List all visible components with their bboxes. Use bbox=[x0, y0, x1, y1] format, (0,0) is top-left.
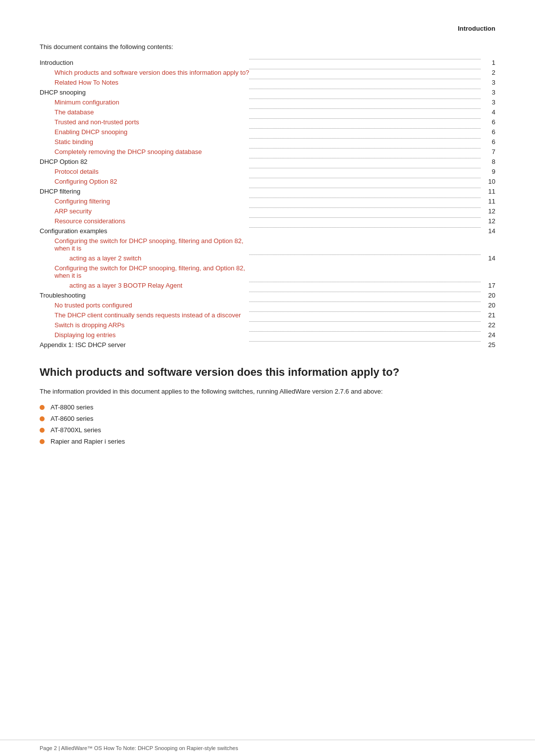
toc-row-8: Static binding6 bbox=[40, 137, 495, 147]
toc-page-13: 11 bbox=[481, 186, 495, 196]
footer: Page 2 | AlliedWare™ OS How To Note: DHC… bbox=[0, 740, 535, 756]
toc-row-12: Configuring Option 8210 bbox=[40, 176, 495, 186]
section-body: The information provided in this documen… bbox=[40, 387, 495, 397]
toc-row-24: Displaying log entries24 bbox=[40, 330, 495, 340]
toc-table: Introduction1Which products and software… bbox=[40, 57, 495, 350]
toc-page-16: 12 bbox=[481, 216, 495, 226]
toc-link-1[interactable]: Which products and software version does… bbox=[54, 69, 249, 76]
bullet-item-2: AT-8700XL series bbox=[40, 426, 495, 434]
toc-continuation-19: acting as a layer 3 BOOTP Relay Agent bbox=[40, 280, 249, 290]
toc-page-24: 24 bbox=[481, 330, 495, 340]
toc-page-22: 21 bbox=[481, 310, 495, 320]
toc-page-2: 3 bbox=[481, 77, 495, 87]
section-heading: Which products and software version does… bbox=[40, 365, 495, 380]
page-header: Introduction bbox=[40, 25, 495, 32]
toc-row-4: Minimum configuration3 bbox=[40, 97, 495, 107]
toc-page-11: 9 bbox=[481, 166, 495, 176]
bullet-dot-icon bbox=[40, 405, 45, 410]
toc-row-15: ARP security12 bbox=[40, 206, 495, 216]
bullet-item-0: AT-8800 series bbox=[40, 403, 495, 411]
header-title: Introduction bbox=[458, 25, 495, 32]
toc-continuation-18: acting as a layer 2 switch bbox=[40, 253, 249, 263]
toc-page-3: 3 bbox=[481, 87, 495, 97]
toc-page-23: 22 bbox=[481, 320, 495, 330]
toc-page-0: 1 bbox=[481, 57, 495, 67]
toc-page-6: 6 bbox=[481, 117, 495, 127]
toc-row-13: DHCP filtering11 bbox=[40, 186, 495, 196]
toc-row-22: The DHCP client continually sends reques… bbox=[40, 310, 495, 320]
toc-row-9: Completely removing the DHCP snooping da… bbox=[40, 147, 495, 156]
toc-row-11: Protocol details9 bbox=[40, 166, 495, 176]
toc-page-5: 4 bbox=[481, 107, 495, 117]
footer-text: Page 2 | AlliedWare™ OS How To Note: DHC… bbox=[40, 745, 238, 751]
toc-row-6: Trusted and non-trusted ports6 bbox=[40, 117, 495, 127]
toc-row-16: Resource considerations12 bbox=[40, 216, 495, 226]
toc-link-22[interactable]: The DHCP client continually sends reques… bbox=[54, 311, 241, 319]
toc-row-14: Configuring filtering11 bbox=[40, 196, 495, 206]
toc-link-18[interactable]: Configuring the switch for DHCP snooping… bbox=[54, 237, 243, 252]
bullet-dot-icon bbox=[40, 416, 45, 421]
bullet-list: AT-8800 seriesAT-8600 seriesAT-8700XL se… bbox=[40, 403, 495, 445]
toc-page-18 bbox=[481, 236, 495, 253]
toc-link-19[interactable]: Configuring the switch for DHCP snooping… bbox=[54, 264, 245, 279]
page: Introduction This document contains the … bbox=[0, 0, 535, 756]
toc-page-4: 3 bbox=[481, 97, 495, 107]
toc-row-21: No trusted ports configured20 bbox=[40, 300, 495, 310]
toc-page-7: 6 bbox=[481, 127, 495, 137]
toc-page-1: 2 bbox=[481, 67, 495, 77]
bullet-item-3: Rapier and Rapier i series bbox=[40, 438, 495, 445]
toc-page-21: 20 bbox=[481, 300, 495, 310]
toc-page-25: 25 bbox=[481, 340, 495, 350]
toc-row-0: Introduction1 bbox=[40, 57, 495, 67]
toc-row-1: Which products and software version does… bbox=[40, 67, 495, 77]
toc-row-3: DHCP snooping3 bbox=[40, 87, 495, 97]
toc-page-10: 8 bbox=[481, 156, 495, 166]
toc-row-5: The database4 bbox=[40, 107, 495, 117]
toc-row-2: Related How To Notes3 bbox=[40, 77, 495, 87]
toc-page-12: 10 bbox=[481, 176, 495, 186]
toc-page-14: 11 bbox=[481, 196, 495, 206]
toc-page-9: 7 bbox=[481, 147, 495, 156]
toc-row-25: Appendix 1: ISC DHCP server25 bbox=[40, 340, 495, 350]
toc-row-20: Troubleshooting20 bbox=[40, 290, 495, 300]
toc-row-10: DHCP Option 828 bbox=[40, 156, 495, 166]
toc-page-20: 20 bbox=[481, 290, 495, 300]
toc-row-23: Switch is dropping ARPs22 bbox=[40, 320, 495, 330]
toc-page-17: 14 bbox=[481, 226, 495, 236]
bullet-item-1: AT-8600 series bbox=[40, 415, 495, 422]
toc-page-8: 6 bbox=[481, 137, 495, 147]
bullet-dot-icon bbox=[40, 428, 45, 433]
toc-row-17: Configuration examples14 bbox=[40, 226, 495, 236]
bullet-dot-icon bbox=[40, 439, 45, 444]
toc-page-19 bbox=[481, 263, 495, 280]
intro-text: This document contains the following con… bbox=[40, 43, 495, 50]
toc-page-15: 12 bbox=[481, 206, 495, 216]
toc-row-7: Enabling DHCP snooping6 bbox=[40, 127, 495, 137]
